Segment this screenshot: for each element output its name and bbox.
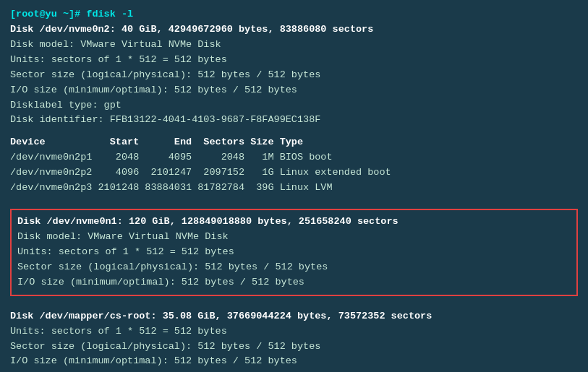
partition-table-header: Device Start End Sectors Size Type xyxy=(10,135,578,150)
disk1-header: Disk /dev/nvme0n2: 40 GiB, 42949672960 b… xyxy=(10,22,578,38)
disk2-io-size: I/O size (minimum/optimal): 512 bytes / … xyxy=(17,275,571,290)
disk2-highlighted-section: Disk /dev/nvme0n1: 120 GiB, 128849018880… xyxy=(10,209,578,296)
disk1-identifier: Disk identifier: FFB13122-4041-4103-9687… xyxy=(10,113,578,128)
disk1-model: Disk model: VMware Virtual NVMe Disk xyxy=(10,38,578,53)
disk3-units: Units: sectors of 1 * 512 = 512 bytes xyxy=(10,324,578,339)
disk1-io-size: I/O size (minimum/optimal): 512 bytes / … xyxy=(10,83,578,98)
disk2-sector-size: Sector size (logical/physical): 512 byte… xyxy=(17,260,571,275)
partition-row-2: /dev/nvme0n2p2 4096 2101247 2097152 1G L… xyxy=(10,165,578,181)
disk1-disklabel: Disklabel type: gpt xyxy=(10,98,578,113)
disk3-sector-size: Sector size (logical/physical): 512 byte… xyxy=(10,339,578,355)
partition-row-1: /dev/nvme0n2p1 2048 4095 2048 1M BIOS bo… xyxy=(10,150,578,165)
disk2-model: Disk model: VMware Virtual NVMe Disk xyxy=(17,230,571,245)
disk2-header: Disk /dev/nvme0n1: 120 GiB, 128849018880… xyxy=(17,215,571,230)
disk2-units: Units: sectors of 1 * 512 = 512 bytes xyxy=(17,245,571,260)
partition-row-3: /dev/nvme0n2p3 2101248 83884031 81782784… xyxy=(10,181,578,196)
prompt-line: [root@yu ~]# fdisk -l xyxy=(10,7,578,22)
disk3-header: Disk /dev/mapper/cs-root: 35.08 GiB, 376… xyxy=(10,309,578,324)
terminal-window: [root@yu ~]# fdisk -l Disk /dev/nvme0n2:… xyxy=(0,0,588,372)
disk3-io-size: I/O size (minimum/optimal): 512 bytes / … xyxy=(10,354,578,369)
disk1-units: Units: sectors of 1 * 512 = 512 bytes xyxy=(10,53,578,68)
disk1-sector-size: Sector size (logical/physical): 512 byte… xyxy=(10,68,578,83)
